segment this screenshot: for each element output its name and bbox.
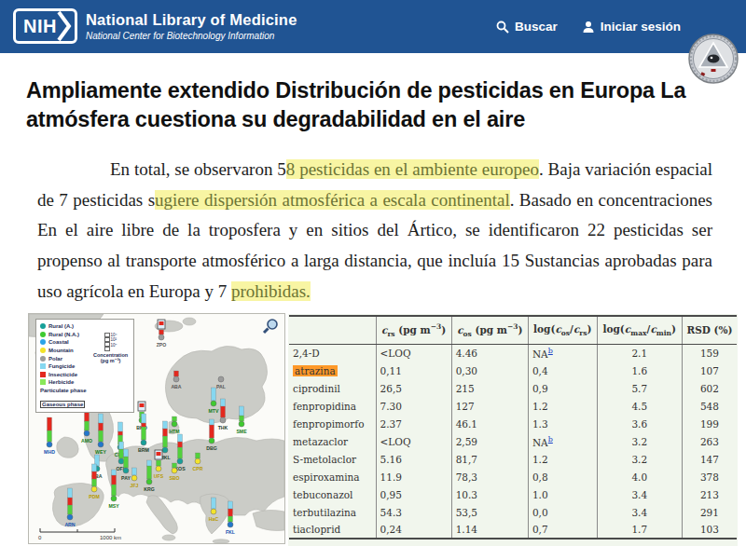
svg-text:ARN: ARN bbox=[64, 522, 75, 527]
table-cell: 78,3 bbox=[451, 468, 528, 485]
gaseous-phase-label: Gaseous phase bbox=[40, 401, 85, 408]
table-row: fenpropimorfo2.3746.11.33.6199 bbox=[289, 415, 737, 432]
svg-text:1000 km: 1000 km bbox=[100, 535, 121, 540]
table-cell: 127 bbox=[451, 397, 528, 415]
table-cell: 10.3 bbox=[451, 485, 528, 503]
pesticide-name: tebuconazol bbox=[289, 485, 376, 503]
login-link[interactable]: Iniciar sesión bbox=[582, 20, 681, 34]
table-row: tebuconazol0,9510.31.03.4213 bbox=[289, 485, 737, 503]
svg-text:HaC: HaC bbox=[209, 516, 219, 522]
map-figure[interactable]: ZPOABAPALMTVTHKSMEDBGBKOHTMAMOMHDWEYCBWB… bbox=[28, 313, 285, 544]
table-cell: 2,59 bbox=[451, 432, 528, 450]
search-link[interactable]: Buscar bbox=[496, 20, 558, 34]
header-links: Buscar Iniciar sesión bbox=[496, 0, 681, 53]
circle-swatch bbox=[40, 348, 46, 353]
legend-item: Herbicide bbox=[40, 378, 90, 387]
table-cell: 213 bbox=[682, 485, 737, 503]
legend-label: Coastal bbox=[48, 339, 69, 345]
square-swatch bbox=[40, 379, 46, 385]
legend-label: Insecticide bbox=[48, 372, 77, 377]
table-cell: 602 bbox=[682, 379, 737, 397]
legend-item: Coastal bbox=[40, 338, 90, 347]
pesticide-name: atrazina bbox=[289, 362, 376, 379]
table-cell: 1.2 bbox=[528, 397, 597, 415]
table-cell: 2.37 bbox=[376, 415, 451, 432]
footnote-link[interactable]: b bbox=[548, 347, 553, 355]
svg-text:MHD: MHD bbox=[44, 449, 55, 455]
table-cell: 3.4 bbox=[597, 485, 682, 503]
table-cell: 291 bbox=[682, 503, 737, 521]
table-cell: 5.7 bbox=[597, 379, 682, 397]
highlighted-text: prohibidas. bbox=[231, 281, 311, 301]
pesticide-name: metazaclor bbox=[289, 432, 376, 450]
table-cell: 3.2 bbox=[597, 450, 682, 468]
circle-swatch bbox=[40, 332, 46, 337]
pesticide-name: fenpropidina bbox=[289, 397, 376, 415]
circle-swatch bbox=[40, 339, 46, 345]
table-cell: 2.1 bbox=[597, 344, 682, 362]
footnote-link[interactable]: b bbox=[548, 435, 553, 444]
legend-label: Polar bbox=[48, 356, 62, 362]
table-cell: 107 bbox=[682, 362, 737, 379]
table-cell: 3.4 bbox=[597, 503, 682, 521]
map-legend: Rural (A.)Rural (N.A.)CoastalMountainPol… bbox=[35, 319, 134, 413]
nlm-logo[interactable]: NIH National Library of Medicine Nationa… bbox=[13, 8, 297, 44]
table-row: ciprodinil26,52150,95.7602 bbox=[289, 379, 737, 397]
legend-label: Mountain bbox=[48, 348, 74, 353]
table-cell: 378 bbox=[682, 468, 737, 485]
legend-label: Herbicide bbox=[48, 379, 74, 385]
table-cell: 3.6 bbox=[597, 415, 682, 432]
svg-text:AMO: AMO bbox=[81, 438, 92, 444]
legend-label: Rural (A.) bbox=[48, 323, 74, 329]
table-cell: 0,24 bbox=[376, 521, 451, 539]
pesticide-name: tiacloprid bbox=[289, 521, 376, 539]
svg-text:ZPO: ZPO bbox=[157, 342, 167, 348]
table-cell: <LOQ bbox=[376, 344, 451, 362]
table-figure[interactable]: crs (pg m−3)cos (pg m−3)log(cos/crs)log(… bbox=[288, 314, 738, 546]
table-cell: 46.1 bbox=[451, 415, 528, 432]
nih-chevron-icon bbox=[57, 10, 72, 42]
org-title: National Library of Medicine bbox=[86, 11, 297, 29]
svg-text:PAY: PAY bbox=[121, 475, 131, 481]
svg-text:MSY: MSY bbox=[108, 503, 119, 509]
svg-text:THK: THK bbox=[218, 425, 228, 430]
table-cell: NAb bbox=[528, 344, 597, 362]
table-cell: 0,0 bbox=[528, 503, 597, 521]
table-cell: 147 bbox=[682, 450, 737, 468]
table-row: fenpropidina7.301271.24.5548 bbox=[289, 397, 737, 415]
pesticide-name: fenpropimorfo bbox=[289, 415, 376, 432]
svg-text:SBO: SBO bbox=[169, 475, 179, 481]
table-cell: 0,4 bbox=[528, 362, 597, 379]
table-cell: 53,5 bbox=[451, 503, 528, 521]
table-row: tiacloprid0,241.140,71.7103 bbox=[289, 521, 737, 539]
legend-item: Rural (A.) bbox=[40, 322, 90, 331]
highlighted-text: 8 pesticidas en el ambiente europeo bbox=[286, 159, 539, 179]
svg-text:SME: SME bbox=[236, 429, 247, 434]
pesticide-name: S-metolaclor bbox=[289, 450, 376, 468]
legend-item: Rural (N.A.) bbox=[40, 331, 90, 339]
svg-text:KRG: KRG bbox=[144, 486, 155, 492]
table-cell: 1.0 bbox=[528, 485, 597, 503]
seal-badge bbox=[688, 34, 739, 84]
table-row: 2,4-D<LOQ4.46NAb2.1159 bbox=[289, 344, 737, 362]
table-header-cell: log(cos/crs) bbox=[528, 316, 597, 344]
table-row: metazaclor<LOQ2,59NAb3.2263 bbox=[289, 432, 737, 450]
table-cell: 5.16 bbox=[376, 450, 451, 468]
table-cell: 11.9 bbox=[376, 468, 451, 485]
svg-text:PDM: PDM bbox=[89, 494, 100, 499]
table-cell: 1.3 bbox=[528, 415, 597, 432]
legend-label: Fungicide bbox=[48, 363, 75, 369]
org-subtitle: National Center for Biotechnology Inform… bbox=[86, 31, 297, 41]
table-row: S-metolaclor5.1681,71.23.2147 bbox=[289, 450, 737, 468]
abstract-segment: En total, se observaron 5 bbox=[110, 159, 286, 179]
svg-text:HTM: HTM bbox=[169, 429, 179, 434]
table-cell: 199 bbox=[682, 415, 737, 432]
table-cell: 54.3 bbox=[376, 503, 451, 521]
search-label: Buscar bbox=[515, 20, 558, 34]
nih-acronym: NIH bbox=[23, 16, 57, 37]
table-header-cell: log(cmax/cmin) bbox=[597, 316, 682, 344]
pesticide-name: 2,4-D bbox=[289, 344, 376, 362]
article-title: Ampliamente extendido Distribución de pe… bbox=[26, 76, 725, 133]
table-cell: 0,95 bbox=[376, 485, 451, 503]
legend-item: Fungicide bbox=[40, 362, 90, 371]
